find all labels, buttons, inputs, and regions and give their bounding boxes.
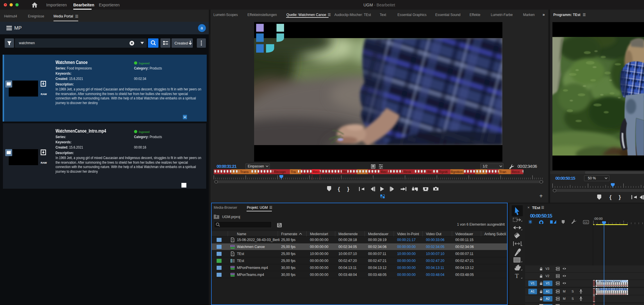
svg-text:Resk: Resk — [404, 170, 411, 174]
svg-text:fx: fx — [597, 281, 599, 282]
svg-text:Trans: Trans — [240, 170, 249, 174]
svg-text:?: ? — [232, 239, 233, 242]
svg-text:{: { — [338, 186, 340, 192]
svg-text:Rn: Rn — [342, 170, 347, 174]
svg-text:Rgniti: Rgniti — [439, 170, 447, 174]
svg-text:}: } — [347, 186, 349, 192]
svg-text:Rgnition: Rgnition — [451, 170, 463, 174]
svg-text:Reco: Reco — [313, 170, 321, 174]
svg-text:Reco: Reco — [512, 170, 520, 174]
svg-text:?: ? — [232, 253, 233, 256]
svg-text:Tran: Tran — [499, 170, 506, 174]
svg-text:Re: Re — [427, 170, 432, 174]
svg-text:Rec: Rec — [381, 170, 387, 174]
svg-text:Watchmen Canoe [: Watchmen Canoe [ — [600, 280, 622, 283]
svg-text:Recogn: Recogn — [274, 170, 286, 174]
svg-text:}: } — [619, 194, 621, 200]
svg-text:Tra: Tra — [291, 170, 296, 174]
svg-text:{: { — [609, 194, 611, 200]
svg-text:T: T — [515, 272, 519, 279]
